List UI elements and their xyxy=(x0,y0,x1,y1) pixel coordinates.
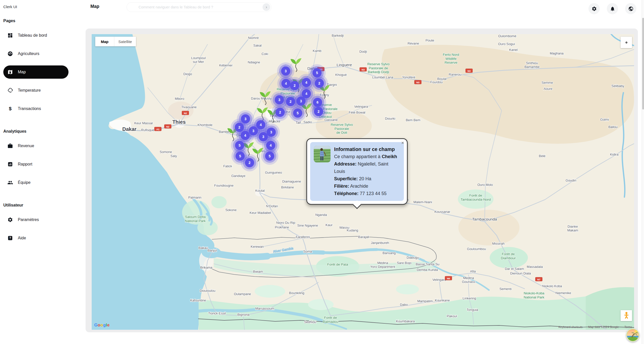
island-icon xyxy=(626,328,639,342)
page-title: Map xyxy=(90,4,99,9)
pegman-button[interactable] xyxy=(621,310,632,321)
sidebar-item-equipe[interactable]: Équipe xyxy=(3,176,68,189)
info-owner-line: Ce champ appartient à Cheikh xyxy=(334,153,400,160)
svg-text:$: $ xyxy=(9,106,12,111)
terms-link[interactable]: Terms xyxy=(624,325,632,328)
map-card: River Gambia DakarThiesToubaDiourbelDahr… xyxy=(86,29,638,332)
road-shield: A1 xyxy=(155,127,161,131)
google-logo[interactable]: Google xyxy=(94,323,109,328)
fullscreen-button[interactable] xyxy=(621,37,632,48)
globe-icon xyxy=(628,6,634,11)
face-icon xyxy=(7,51,13,57)
cluster-marker[interactable]: 5 xyxy=(261,147,278,165)
gear-icon xyxy=(592,6,597,11)
farmer-photo xyxy=(314,146,331,162)
search-bar: › xyxy=(127,2,271,12)
road-shield: N3 xyxy=(360,67,367,71)
info-field-telephone-: Téléphone: 77 123 44 55 xyxy=(334,190,400,197)
report-icon xyxy=(7,161,13,167)
help-icon: ? xyxy=(7,235,13,241)
info-field-superficie-: Superficie: 20 Ha xyxy=(334,175,400,183)
keyboard-shortcuts-link[interactable]: Keyboard shortcuts xyxy=(558,325,583,328)
map-type-map-button[interactable]: Map xyxy=(95,37,114,46)
search-input[interactable] xyxy=(127,5,263,9)
island-fab-button[interactable] xyxy=(626,328,639,342)
cluster-marker[interactable]: 2 xyxy=(310,103,327,120)
globe-button[interactable] xyxy=(625,3,636,14)
svg-text:?: ? xyxy=(9,236,11,240)
sidebar-item-rapport[interactable]: Rapport xyxy=(3,158,68,171)
close-icon[interactable]: × xyxy=(401,140,404,145)
sidebar-nav: PagesTableau de bordAgriculteursMapTempe… xyxy=(0,19,76,245)
road-shield: N2 xyxy=(182,111,189,115)
briefcase-icon xyxy=(7,143,13,149)
info-window-text: Information sur ce champ Ce champ appart… xyxy=(334,146,400,197)
sidebar-item-map[interactable]: Map xyxy=(3,65,68,79)
road-shield: N3 xyxy=(466,69,473,73)
section-heading-analytiques: Analytiques xyxy=(3,129,76,134)
road-shield: N3 xyxy=(415,80,421,84)
map-icon xyxy=(7,69,13,75)
group-icon xyxy=(7,180,13,185)
sidebar-item-revenue[interactable]: Revenue xyxy=(3,139,68,153)
info-fields: Addresse: Ngalellel, Saint LouisSuperfic… xyxy=(334,160,400,197)
map-attribution: Keyboard shortcuts Map data ©2024 Google… xyxy=(558,325,632,328)
sidebar: Clerk UI PagesTableau de bordAgriculteur… xyxy=(0,0,76,344)
road-shield: N7 xyxy=(536,277,542,281)
notifications-button[interactable] xyxy=(607,3,618,14)
search-submit-button[interactable]: › xyxy=(263,3,270,11)
map-info-window: Information sur ce champ Ce champ appart… xyxy=(306,138,408,205)
sidebar-item-tableau-de-bord[interactable]: Tableau de bord xyxy=(3,29,68,42)
page-scrollbar[interactable] xyxy=(642,0,644,344)
sidebar-item-agriculteurs[interactable]: Agriculteurs xyxy=(3,47,68,60)
gear-icon xyxy=(7,217,13,223)
bell-icon xyxy=(610,6,615,11)
section-heading-utilisateur: Utilisateur xyxy=(3,203,76,208)
cluster-marker[interactable]: 2 xyxy=(271,104,289,121)
road-shield: N2 xyxy=(165,125,171,128)
info-field-addresse-: Addresse: Ngalellel, Saint Louis xyxy=(334,160,400,175)
sidebar-item-transactions[interactable]: $Transactions xyxy=(3,102,68,115)
info-window-panel: Information sur ce champ Ce champ appart… xyxy=(310,142,404,201)
rainy-icon xyxy=(7,88,13,93)
info-title: Information sur ce champ xyxy=(334,146,400,153)
scrollbar-thumb[interactable] xyxy=(642,18,644,109)
brand: Clerk UI xyxy=(3,5,76,9)
map-type-control: Map Satellite xyxy=(95,37,136,46)
dashboard-icon xyxy=(7,33,13,38)
section-heading-pages: Pages xyxy=(3,19,76,23)
pegman-icon xyxy=(623,311,630,319)
cluster-marker[interactable]: 5 xyxy=(289,104,306,122)
road-shield: N6 xyxy=(445,276,452,280)
info-field-filiere-: Filière: Arachide xyxy=(334,183,400,190)
sidebar-item-temperature[interactable]: Temperature xyxy=(3,84,68,97)
map-data-text: Map data ©2024 Google xyxy=(588,325,619,328)
sidebar-item-aide[interactable]: ?Aide xyxy=(3,231,68,245)
cluster-marker[interactable]: 2 xyxy=(241,154,258,171)
dollar-icon: $ xyxy=(7,106,13,112)
settings-button[interactable] xyxy=(588,3,600,14)
sidebar-item-parametres[interactable]: Paramètres xyxy=(3,213,68,226)
map-canvas[interactable]: River Gambia DakarThiesToubaDiourbelDahr… xyxy=(92,34,634,330)
map-type-satellite-button[interactable]: Satellite xyxy=(114,37,136,46)
